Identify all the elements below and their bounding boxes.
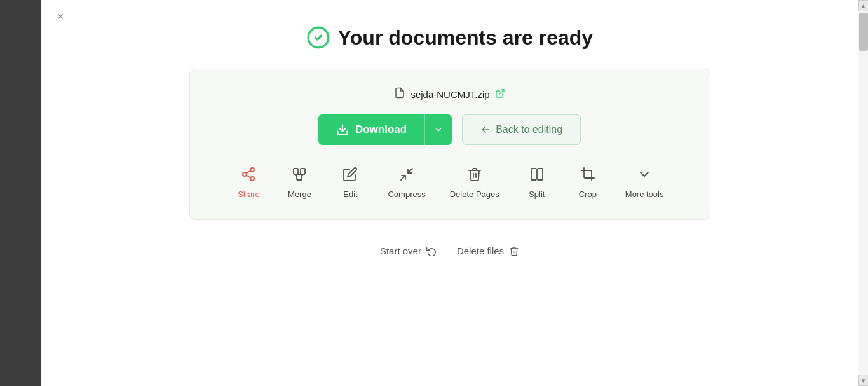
main-content: × Your documents are ready sejda-NUCMJT.… (41, 0, 858, 386)
svg-line-8 (247, 171, 251, 174)
more-tools-icon (637, 167, 652, 186)
svg-line-7 (247, 176, 251, 178)
split-icon (529, 167, 545, 186)
download-button[interactable]: Download (318, 114, 424, 145)
scroll-up-arrow[interactable]: ▲ (858, 0, 869, 11)
left-sidebar (0, 0, 41, 386)
external-link-icon[interactable] (495, 88, 505, 100)
crop-icon (580, 167, 595, 186)
tool-merge-label: Merge (288, 190, 311, 199)
merge-icon (292, 167, 307, 186)
tool-crop-label: Crop (579, 190, 597, 199)
tool-edit-label: Edit (343, 190, 357, 199)
share-icon (241, 167, 256, 186)
download-label: Download (355, 123, 407, 136)
scroll-track (858, 11, 868, 375)
rotate-ccw-icon (426, 246, 437, 256)
scrollbar[interactable]: ▲ ▼ (858, 0, 868, 386)
back-to-editing-label: Back to editing (496, 124, 562, 135)
tool-merge[interactable]: Merge (277, 162, 322, 204)
tool-delete-pages-label: Delete Pages (450, 190, 499, 199)
tool-share-label: Share (238, 190, 260, 199)
tool-compress[interactable]: Compress (379, 162, 434, 204)
result-card: sejda-NUCMJT.zip Download (189, 69, 710, 220)
download-btn-group: Download (318, 114, 452, 145)
tool-split-label: Split (529, 190, 545, 199)
delete-files-label: Delete files (457, 245, 504, 256)
start-over-button[interactable]: Start over (380, 245, 437, 256)
tool-edit[interactable]: Edit (328, 162, 372, 204)
arrow-left-icon (480, 125, 491, 135)
tool-compress-label: Compress (388, 190, 425, 199)
download-dropdown-button[interactable] (424, 114, 452, 145)
filename-row: sejda-NUCMJT.zip (394, 87, 505, 102)
tool-delete-pages[interactable]: Delete Pages (441, 162, 508, 204)
trash-icon (509, 246, 519, 256)
tool-crop[interactable]: Crop (566, 162, 610, 204)
svg-line-1 (499, 90, 503, 94)
scroll-down-arrow[interactable]: ▼ (858, 375, 869, 386)
svg-line-14 (401, 176, 405, 180)
back-to-editing-button[interactable]: Back to editing (462, 114, 581, 145)
tool-more-tools[interactable]: More tools (616, 162, 673, 204)
page-title-row: Your documents are ready (306, 25, 593, 50)
tool-more-tools-label: More tools (625, 190, 664, 199)
svg-rect-16 (531, 169, 536, 180)
svg-rect-10 (301, 169, 305, 174)
close-button[interactable]: × (51, 8, 69, 25)
tool-split[interactable]: Split (515, 162, 559, 204)
compress-icon (399, 167, 414, 186)
svg-rect-9 (294, 169, 298, 174)
start-over-label: Start over (380, 245, 421, 256)
tools-row: Share Merge (226, 162, 672, 204)
tool-share[interactable]: Share (226, 162, 271, 204)
edit-icon (342, 167, 358, 186)
chevron-down-icon (434, 125, 443, 134)
filename: sejda-NUCMJT.zip (410, 89, 489, 100)
action-row: Download Back to editing (318, 114, 581, 145)
svg-rect-17 (538, 169, 543, 180)
bottom-actions: Start over Delete files (380, 245, 519, 256)
scroll-thumb[interactable] (859, 13, 868, 51)
file-icon (394, 87, 405, 102)
download-icon (336, 123, 349, 136)
delete-files-button[interactable]: Delete files (457, 245, 519, 256)
page-title: Your documents are ready (338, 26, 593, 50)
svg-rect-11 (297, 174, 302, 180)
check-circle-icon (306, 25, 330, 50)
delete-pages-icon (467, 167, 482, 186)
svg-line-15 (408, 169, 412, 173)
